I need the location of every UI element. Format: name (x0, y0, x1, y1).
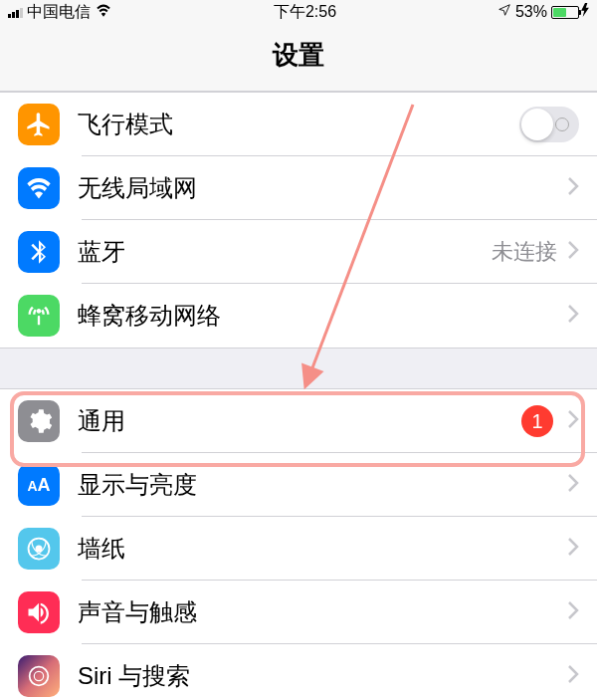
chevron-right-icon (567, 473, 579, 497)
row-airplane-mode[interactable]: 飞行模式 (0, 93, 597, 156)
svg-point-3 (34, 671, 43, 680)
signal-icon (8, 6, 23, 18)
row-siri[interactable]: Siri 与搜索 (0, 644, 597, 700)
chevron-right-icon (567, 304, 579, 328)
svg-point-2 (30, 667, 49, 686)
time-label: 下午2:56 (274, 2, 336, 23)
battery-icon (551, 6, 579, 19)
location-icon (498, 3, 511, 21)
gear-icon (18, 400, 60, 442)
cellular-icon (18, 295, 60, 337)
row-label: 显示与亮度 (78, 469, 567, 501)
row-label: 无线局域网 (78, 172, 567, 204)
notification-badge: 1 (521, 405, 553, 437)
settings-section-2: 通用 1 AA 显示与亮度 墙纸 声音与触感 (0, 388, 597, 700)
row-label: 蓝牙 (78, 236, 492, 268)
row-sound[interactable]: 声音与触感 (0, 581, 597, 644)
chevron-right-icon (567, 240, 579, 264)
wallpaper-icon (18, 528, 60, 570)
chevron-right-icon (567, 409, 579, 433)
row-label: 声音与触感 (78, 596, 567, 628)
sound-icon (18, 591, 60, 633)
row-display[interactable]: AA 显示与亮度 (0, 453, 597, 517)
wifi-icon (18, 167, 60, 209)
row-label: 墙纸 (78, 533, 567, 565)
row-label: 飞行模式 (78, 109, 519, 140)
carrier-label: 中国电信 (27, 2, 91, 23)
row-label: 蜂窝移动网络 (78, 300, 567, 332)
chevron-right-icon (567, 600, 579, 624)
row-general[interactable]: 通用 1 (0, 389, 597, 453)
row-label: Siri 与搜索 (78, 660, 567, 692)
charging-icon (581, 3, 589, 21)
row-label: 通用 (78, 405, 521, 437)
row-wallpaper[interactable]: 墙纸 (0, 517, 597, 581)
row-value: 未连接 (492, 237, 557, 267)
status-bar: 中国电信 下午2:56 53% (0, 0, 597, 24)
page-title: 设置 (0, 38, 597, 73)
battery-pct: 53% (515, 3, 547, 21)
row-cellular[interactable]: 蜂窝移动网络 (0, 284, 597, 348)
chevron-right-icon (567, 664, 579, 688)
airplane-icon (18, 104, 60, 145)
chevron-right-icon (567, 537, 579, 561)
bluetooth-icon (18, 231, 60, 273)
page-header: 设置 (0, 24, 597, 92)
wifi-status-icon (95, 3, 112, 21)
chevron-right-icon (567, 176, 579, 200)
settings-section-1: 飞行模式 无线局域网 蓝牙 未连接 蜂窝移动网络 (0, 92, 597, 349)
siri-icon (18, 655, 60, 697)
row-bluetooth[interactable]: 蓝牙 未连接 (0, 220, 597, 284)
airplane-toggle[interactable] (519, 107, 579, 142)
display-icon: AA (18, 464, 60, 506)
row-wifi[interactable]: 无线局域网 (0, 156, 597, 220)
